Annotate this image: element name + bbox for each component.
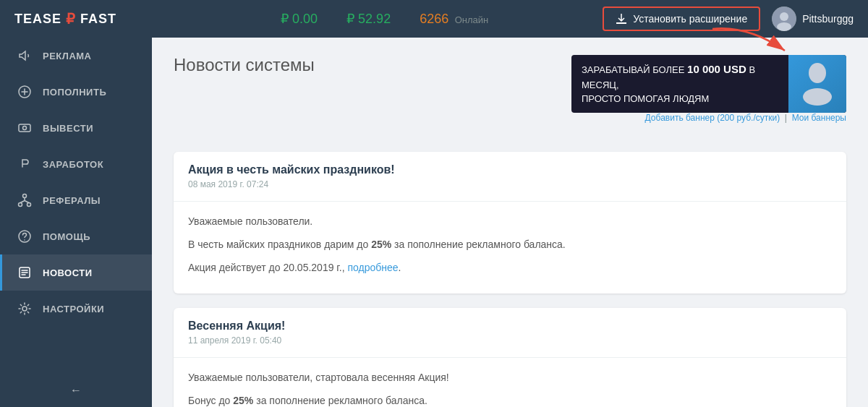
header: TEASE ₽ FAST ₽ 0.00 ₽ 52.92 6266 Онлайн …: [0, 0, 868, 38]
sidebar-label-novosti: НОВОСТИ: [43, 267, 93, 278]
online-label: Онлайн: [455, 14, 489, 25]
logo-ruble-icon: ₽: [66, 10, 76, 27]
sidebar-item-nastroiki[interactable]: НАСТРОЙКИ: [0, 291, 152, 327]
avatar: [772, 7, 796, 31]
svg-point-2: [780, 12, 788, 21]
add-banner-link[interactable]: Добавить баннер (200 руб./сутки): [645, 113, 780, 123]
svg-rect-0: [616, 22, 626, 24]
news-p2-2: Бонус до 25% за пополнение рекламного ба…: [188, 393, 832, 407]
online-count: 6266: [420, 12, 448, 26]
username-label: Pittsburggg: [802, 13, 854, 25]
news-card-1-header: Акция в честь майских праздников! 08 мая…: [174, 152, 846, 202]
content-area: Новости системы ЗАРАБАТЫВАЙ БОЛЕЕ 10 000…: [152, 38, 868, 407]
sidebar-label-zarabotok: ЗАРАБОТОК: [43, 159, 103, 170]
banner-image: [788, 55, 846, 113]
banner-links: Добавить баннер (200 руб./сутки) | Мои б…: [571, 113, 846, 123]
news-card-2: Весенняя Акция! 11 апреля 2019 г. 05:40 …: [174, 308, 846, 407]
megaphone-icon: [17, 48, 33, 64]
svg-rect-6: [19, 124, 30, 132]
svg-point-12: [24, 239, 25, 241]
main-layout: РЕКЛАМА ПОПОЛНИТЬ ВЫВЕСТИ: [0, 38, 868, 407]
banner-line1: ЗАРАБАТЫВАЙ БОЛЕЕ 10 000 USD В МЕСЯЦ,: [582, 61, 778, 92]
news-date-2: 11 апреля 2019 г. 05:40: [188, 335, 832, 346]
sidebar-label-popolnit: ПОПОЛНИТЬ: [43, 87, 106, 98]
logo-text: TEASE: [14, 12, 61, 27]
news-title-2: Весенняя Акция!: [188, 320, 832, 333]
sidebar-label-reklama: РЕКЛАМА: [43, 51, 92, 61]
svg-point-15: [809, 63, 826, 83]
read-more-link-1[interactable]: подробнее: [347, 262, 398, 273]
sidebar-item-popolnit[interactable]: ПОПОЛНИТЬ: [0, 74, 152, 110]
content-header: Новости системы ЗАРАБАТЫВАЙ БОЛЕЕ 10 000…: [174, 55, 846, 137]
svg-point-9: [19, 203, 22, 207]
news-date-1: 08 мая 2019 г. 07:24: [188, 179, 832, 189]
news-body-2: Уважаемые пользователи, стартовала весен…: [174, 358, 846, 407]
sidebar-item-referaly[interactable]: РЕФЕРАЛЫ: [0, 182, 152, 218]
header-balances: ₽ 0.00 ₽ 52.92 6266 Онлайн: [166, 11, 603, 27]
logo-text-fast: FAST: [80, 12, 116, 27]
sidebar-item-zarabotok[interactable]: ЗАРАБОТОК: [0, 146, 152, 182]
sidebar-label-nastroiki: НАСТРОЙКИ: [43, 304, 104, 314]
balance-2[interactable]: ₽ 52.92: [346, 11, 391, 27]
install-extension-button[interactable]: Установить расширение: [603, 7, 760, 31]
sidebar-label-referaly: РЕФЕРАЛЫ: [43, 195, 101, 206]
svg-point-8: [23, 194, 27, 198]
user-profile[interactable]: Pittsburggg: [772, 7, 854, 31]
sidebar: РЕКЛАМА ПОПОЛНИТЬ ВЫВЕСТИ: [0, 38, 152, 407]
back-arrow: ←: [70, 384, 82, 397]
svg-point-14: [22, 307, 27, 311]
sidebar-item-vyvesti[interactable]: ВЫВЕСТИ: [0, 110, 152, 146]
balance-2-value: ₽ 52.92: [346, 11, 391, 27]
news-p1-1: Уважаемые пользователи.: [188, 213, 832, 231]
help-icon: [17, 228, 33, 244]
sidebar-label-vyvesti: ВЫВЕСТИ: [43, 123, 93, 134]
promo-banner[interactable]: ЗАРАБАТЫВАЙ БОЛЕЕ 10 000 USD В МЕСЯЦ, ПР…: [571, 55, 846, 113]
svg-point-16: [803, 88, 832, 106]
page-title: Новости системы: [174, 55, 315, 75]
network-icon: [17, 192, 33, 208]
banner-text: ЗАРАБАТЫВАЙ БОЛЕЕ 10 000 USD В МЕСЯЦ, ПР…: [571, 55, 788, 113]
settings-icon: [17, 301, 33, 317]
logo: TEASE ₽ FAST: [14, 10, 166, 27]
money-icon: [17, 120, 33, 136]
header-right: Установить расширение Pittsburggg: [603, 7, 854, 31]
news-card-1: Акция в честь майских праздников! 08 мая…: [174, 152, 846, 294]
news-card-2-header: Весенняя Акция! 11 апреля 2019 г. 05:40: [174, 308, 846, 358]
my-banners-link[interactable]: Мои баннеры: [792, 113, 846, 123]
news-p2-1: Уважаемые пользователи, стартовала весен…: [188, 369, 832, 387]
download-icon: [616, 13, 627, 25]
svg-point-10: [27, 203, 31, 207]
news-icon: [17, 265, 33, 280]
sidebar-item-reklama[interactable]: РЕКЛАМА: [0, 38, 152, 74]
sidebar-item-pomosh[interactable]: ПОМОЩЬ: [0, 218, 152, 254]
ruble-icon: [17, 156, 33, 172]
svg-point-3: [777, 22, 791, 31]
news-p1-3: Акция действует до 20.05.2019 г., подроб…: [188, 260, 832, 277]
news-body-1: Уважаемые пользователи. В честь майских …: [174, 202, 846, 294]
online-indicator: 6266 Онлайн: [420, 12, 488, 27]
install-btn-label: Установить расширение: [633, 13, 747, 25]
balance-1[interactable]: ₽ 0.00: [281, 11, 318, 27]
balance-1-value: ₽ 0.00: [281, 11, 318, 27]
news-title-1: Акция в честь майских праздников!: [188, 163, 832, 176]
sidebar-label-pomosh: ПОМОЩЬ: [43, 231, 90, 242]
back-button[interactable]: ←: [0, 374, 152, 407]
banner-line2: ПРОСТО ПОМОГАЯ ЛЮДЯМ: [582, 92, 778, 106]
news-p1-2: В честь майских праздников дарим до 25% …: [188, 236, 832, 254]
sidebar-item-novosti[interactable]: НОВОСТИ: [0, 254, 152, 291]
avatar-image: [772, 7, 796, 31]
plus-circle-icon: [17, 84, 33, 100]
svg-point-7: [23, 127, 27, 130]
